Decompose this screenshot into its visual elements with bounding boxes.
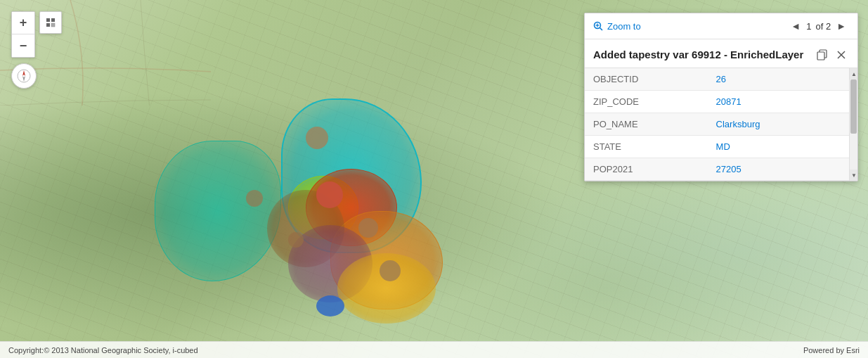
next-result-button[interactable]: ► — [834, 19, 849, 33]
field-value: 26 — [708, 68, 857, 91]
scrollbar-track — [850, 79, 857, 170]
prev-result-button[interactable]: ◄ — [788, 19, 803, 33]
zoom-controls: + − — [11, 11, 35, 58]
table-row: PO_NAMEClarksburg — [585, 113, 857, 136]
cluster-dot — [316, 181, 343, 208]
nav-current: 1 — [806, 21, 811, 32]
field-key: STATE — [585, 136, 708, 158]
field-value: 20871 — [708, 91, 857, 113]
map-clusters — [176, 84, 457, 309]
popup-panel: Zoom to ◄ 1 of 2 ► Added tapestry var 69… — [584, 13, 858, 181]
popup-title-bar: Added tapestry var 69912 - EnrichedLayer — [585, 39, 857, 68]
map-controls: + − — [11, 11, 62, 89]
popup-nav-bar: Zoom to ◄ 1 of 2 ► — [585, 13, 857, 39]
svg-rect-0 — [46, 18, 50, 22]
svg-line-8 — [600, 28, 603, 31]
region-blue — [316, 295, 344, 317]
popup-data-table: OBJECTID26ZIP_CODE20871PO_NAMEClarksburg… — [585, 68, 857, 181]
svg-rect-3 — [51, 23, 55, 27]
zoom-out-button[interactable]: − — [12, 34, 34, 57]
zoom-to-button[interactable]: Zoom to — [593, 21, 641, 32]
zoom-in-button[interactable]: + — [12, 12, 34, 34]
scroll-down-button[interactable]: ▼ — [850, 170, 857, 181]
compass-button[interactable] — [11, 63, 37, 89]
copyright-text: Copyright:© 2013 National Geographic Soc… — [8, 346, 198, 354]
scroll-up-button[interactable]: ▲ — [850, 68, 857, 79]
cluster-dot — [380, 260, 401, 281]
cluster-dot — [288, 232, 304, 248]
layer-toggle-button[interactable] — [39, 11, 62, 34]
close-button[interactable] — [834, 48, 849, 62]
table-row: ZIP_CODE20871 — [585, 91, 857, 113]
popup-table-body: OBJECTID26ZIP_CODE20871PO_NAMEClarksburg… — [585, 68, 857, 181]
copy-button[interactable] — [814, 48, 831, 62]
field-value: 27205 — [708, 158, 857, 181]
nav-of-text: of 2 — [815, 21, 831, 32]
table-row: STATEMD — [585, 136, 857, 158]
zoom-to-label: Zoom to — [607, 21, 641, 32]
scrollbar-thumb — [850, 79, 857, 134]
field-key: ZIP_CODE — [585, 91, 708, 113]
powered-by-text: Powered by Esri — [803, 346, 860, 354]
svg-rect-12 — [817, 52, 824, 60]
field-key: PO_NAME — [585, 113, 708, 136]
field-value: Clarksburg — [708, 113, 857, 136]
region-teal — [155, 141, 281, 281]
svg-rect-2 — [46, 23, 50, 27]
field-key: OBJECTID — [585, 68, 708, 91]
cluster-dot — [306, 127, 328, 149]
popup-scrollbar[interactable]: ▲ ▼ — [849, 68, 857, 181]
popup-actions — [814, 48, 849, 62]
copyright-bar: Copyright:© 2013 National Geographic Soc… — [0, 341, 868, 358]
cluster-dot — [358, 218, 378, 238]
table-row: OBJECTID26 — [585, 68, 857, 91]
popup-nav-controls: ◄ 1 of 2 ► — [788, 19, 849, 33]
map-container: + − — [0, 0, 868, 358]
field-value: MD — [708, 136, 857, 158]
cluster-dot — [246, 190, 263, 207]
popup-table-wrapper: OBJECTID26ZIP_CODE20871PO_NAMEClarksburg… — [585, 68, 857, 181]
popup-title: Added tapestry var 69912 - EnrichedLayer — [593, 48, 808, 62]
field-key: POP2021 — [585, 158, 708, 181]
table-row: POP202127205 — [585, 158, 857, 181]
svg-rect-1 — [51, 18, 55, 22]
